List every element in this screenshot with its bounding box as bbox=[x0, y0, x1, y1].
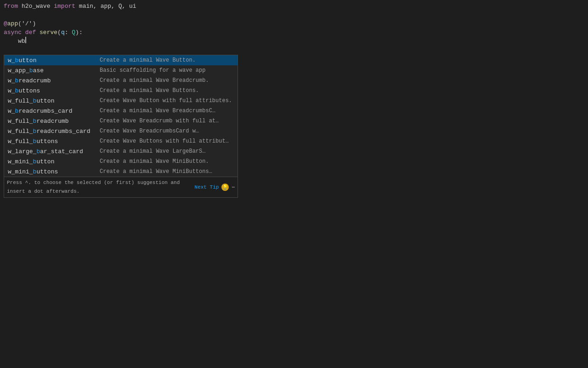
lightbulb-icon: 💡 bbox=[221, 184, 229, 191]
autocomplete-item-w-breadcrumbs-card[interactable]: w_breadcrumbs_card Create a minimal Wave… bbox=[4, 106, 237, 116]
autocomplete-item-w-app-base[interactable]: w_app_base Basic scaffolding for a wave … bbox=[4, 65, 237, 75]
autocomplete-item-w-full-breadcrumb[interactable]: w_full_breadcrumb Create Wave Breadcrumb… bbox=[4, 116, 237, 126]
function-name: serve bbox=[40, 28, 57, 37]
autocomplete-item-w-breadcrumb[interactable]: w_breadcrumb Create a minimal Wave Bread… bbox=[4, 75, 237, 86]
autocomplete-list: w_button Create a minimal Wave Button. w… bbox=[4, 55, 237, 177]
autocomplete-item-w-full-button[interactable]: w_full_button Create Wave Button with fu… bbox=[4, 96, 237, 106]
autocomplete-footer: Press ^. to choose the selected (or firs… bbox=[4, 177, 237, 197]
autocomplete-item-w-large-bar-stat-card[interactable]: w_large_bar_stat_card Create a minimal W… bbox=[4, 146, 237, 156]
code-line-5: wb bbox=[0, 37, 588, 46]
code-line-3: @app('/') bbox=[0, 19, 588, 28]
keyword-async: async bbox=[4, 28, 22, 37]
autocomplete-item-w-mini-buttons[interactable]: w_mini_buttons Create a minimal Wave Min… bbox=[4, 167, 237, 177]
text-cursor bbox=[25, 37, 26, 43]
autocomplete-item-w-mini-button[interactable]: w_mini_button Create a minimal Wave Mini… bbox=[4, 156, 237, 167]
decorator-at: @ bbox=[4, 19, 7, 28]
more-options-icon[interactable]: ⋯ bbox=[232, 183, 235, 192]
autocomplete-item-w-button[interactable]: w_button Create a minimal Wave Button. bbox=[4, 55, 237, 65]
footer-tip-text: Press ^. to choose the selected (or firs… bbox=[7, 178, 192, 196]
keyword-def: def bbox=[25, 28, 36, 37]
autocomplete-item-w-full-breadcrumbs-card[interactable]: w_full_breadcrumbs_card Create Wave Brea… bbox=[4, 126, 237, 136]
autocomplete-item-w-full-buttons[interactable]: w_full_buttons Create Wave Buttons with … bbox=[4, 136, 237, 146]
editor-area: from h2o_wave import main, app, Q, ui @a… bbox=[0, 0, 588, 47]
next-tip-button[interactable]: Next Tip bbox=[195, 183, 219, 192]
keyword-from: from bbox=[4, 2, 18, 11]
code-line-4: async def serve ( q : Q ): bbox=[0, 28, 588, 37]
keyword-import: import bbox=[54, 2, 75, 11]
autocomplete-item-w-buttons[interactable]: w_buttons Create a minimal Wave Buttons. bbox=[4, 86, 237, 96]
code-line-2 bbox=[0, 11, 588, 19]
code-line-1: from h2o_wave import main, app, Q, ui bbox=[0, 2, 588, 11]
autocomplete-dropdown[interactable]: w_button Create a minimal Wave Button. w… bbox=[4, 55, 238, 198]
type-q: Q bbox=[72, 28, 75, 37]
param-q: q bbox=[61, 28, 65, 37]
